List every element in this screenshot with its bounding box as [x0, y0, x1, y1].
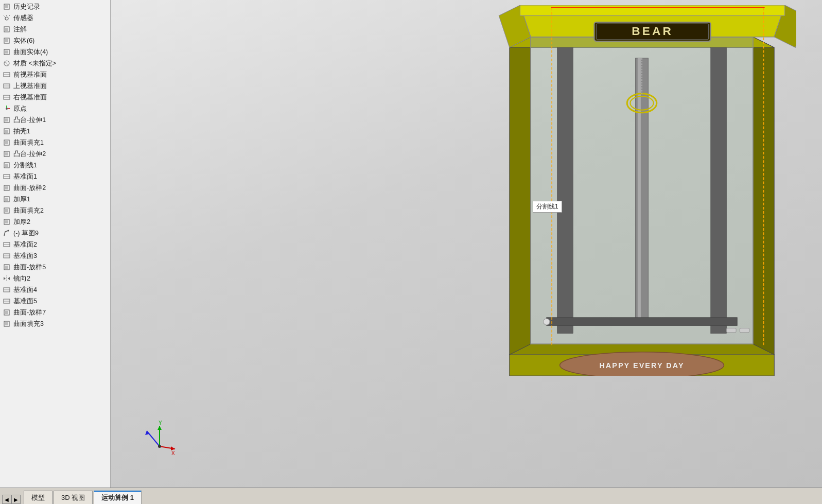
sidebar-label-3: 实体(6) — [13, 37, 34, 45]
sidebar-label-8: 右视基准面 — [13, 93, 47, 102]
sidebar-icon-27 — [2, 308, 11, 317]
sidebar-label-0: 历史记录 — [13, 3, 40, 11]
sidebar-item-2[interactable]: 注解 — [0, 24, 110, 35]
sidebar-icon-3 — [2, 36, 11, 45]
sidebar-item-21[interactable]: 基准面2 — [0, 239, 110, 250]
bottom-tab-2[interactable]: 运动算例 1 — [94, 491, 142, 504]
svg-rect-67 — [636, 58, 649, 323]
sidebar-label-23: 曲面-放样5 — [13, 263, 46, 272]
sidebar-label-14: 分割线1 — [13, 161, 37, 170]
svg-rect-6 — [5, 39, 8, 42]
sidebar-label-15: 基准面1 — [13, 172, 37, 181]
sidebar-item-17[interactable]: 加厚1 — [0, 194, 110, 205]
sidebar-icon-9 — [2, 104, 11, 113]
sidebar-icon-6 — [2, 70, 11, 79]
svg-rect-80 — [727, 328, 737, 332]
sidebar-label-16: 曲面-放样2 — [13, 184, 46, 193]
sidebar-icon-0 — [2, 2, 11, 11]
sidebar-item-14[interactable]: 分割线1 — [0, 160, 110, 171]
sidebar-item-22[interactable]: 基准面3 — [0, 250, 110, 262]
svg-rect-68 — [638, 58, 641, 323]
axis-indicator: Y X — [142, 421, 178, 457]
sidebar-item-1[interactable]: 传感器 — [0, 12, 110, 24]
sidebar-item-27[interactable]: 曲面-放样7 — [0, 307, 110, 318]
sidebar-item-5[interactable]: 材质 <未指定> — [0, 58, 110, 69]
sidebar-icon-22 — [2, 251, 11, 260]
svg-rect-45 — [5, 266, 8, 269]
sidebar-label-28: 曲面填充3 — [13, 320, 44, 328]
svg-rect-56 — [5, 322, 8, 325]
sidebar-icon-1 — [2, 13, 11, 23]
sidebar-item-18[interactable]: 曲面填充2 — [0, 205, 110, 216]
sidebar-label-6: 前视基准面 — [13, 71, 47, 79]
viewport[interactable]: HAPPY EVERY DAY — [111, 0, 822, 488]
sidebar-label-5: 材质 <未指定> — [13, 59, 56, 68]
sidebar-label-22: 基准面3 — [13, 252, 37, 260]
sidebar-icon-24 — [2, 274, 11, 283]
sidebar-label-10: 凸台-拉伸1 — [13, 116, 46, 125]
svg-rect-81 — [740, 328, 749, 332]
svg-point-39 — [8, 230, 9, 232]
tab-scroll-right[interactable]: ▶ — [11, 495, 21, 504]
sidebar-icon-14 — [2, 161, 11, 170]
sidebar-label-13: 凸台-拉伸2 — [13, 150, 46, 159]
svg-rect-79 — [547, 318, 737, 325]
sidebar-label-7: 上视基准面 — [13, 82, 47, 91]
svg-rect-75 — [520, 5, 784, 16]
svg-text:BEAR: BEAR — [632, 25, 673, 38]
sidebar-item-28[interactable]: 曲面填充3 — [0, 318, 110, 329]
bottom-tab-1[interactable]: 3D 视图 — [54, 491, 93, 504]
svg-rect-1 — [5, 5, 8, 8]
sidebar-icon-11 — [2, 127, 11, 136]
sidebar-item-16[interactable]: 曲面-放样2 — [0, 182, 110, 194]
svg-marker-61 — [510, 37, 531, 355]
3d-model: HAPPY EVERY DAY — [487, 5, 796, 376]
sidebar-label-2: 注解 — [13, 25, 27, 34]
svg-rect-28 — [5, 164, 8, 167]
sidebar-icon-19 — [2, 217, 11, 227]
sidebar-icon-28 — [2, 319, 11, 328]
sidebar-label-19: 加厚2 — [13, 218, 30, 227]
sidebar-label-4: 曲面实体(4) — [13, 48, 48, 57]
sidebar-label-27: 曲面-放样7 — [13, 308, 46, 317]
tab-scroll-left[interactable]: ◀ — [2, 495, 11, 504]
sidebar-item-19[interactable]: 加厚2 — [0, 216, 110, 228]
sidebar-icon-20 — [2, 229, 11, 238]
tab-scroll-controls: ◀ ▶ — [2, 495, 21, 504]
svg-rect-34 — [5, 198, 8, 201]
svg-point-2 — [5, 17, 8, 20]
bottom-tab-0[interactable]: 模型 — [24, 491, 53, 504]
sidebar-item-6[interactable]: 前视基准面 — [0, 69, 110, 80]
sidebar-icon-16 — [2, 183, 11, 193]
sidebar-item-11[interactable]: 抽壳1 — [0, 126, 110, 137]
sidebar-item-9[interactable]: 原点 — [0, 103, 110, 114]
sidebar-item-0[interactable]: 历史记录 — [0, 1, 110, 12]
sidebar-item-24[interactable]: 镜向2 — [0, 273, 110, 284]
sidebar-item-10[interactable]: 凸台-拉伸1 — [0, 114, 110, 126]
sidebar-icon-21 — [2, 240, 11, 249]
sidebar-label-17: 加厚1 — [13, 195, 30, 204]
sidebar-icon-10 — [2, 115, 11, 125]
svg-rect-32 — [5, 186, 8, 189]
sidebar: 历史记录传感器注解实体(6)曲面实体(4)材质 <未指定>前视基准面上视基准面右… — [0, 0, 111, 488]
svg-rect-65 — [557, 47, 573, 333]
sidebar-icon-13 — [2, 149, 11, 159]
sidebar-item-3[interactable]: 实体(6) — [0, 35, 110, 46]
svg-rect-38 — [5, 220, 8, 223]
sidebar-item-8[interactable]: 右视基准面 — [0, 92, 110, 103]
svg-marker-48 — [8, 277, 10, 280]
svg-rect-54 — [5, 311, 8, 314]
sidebar-item-13[interactable]: 凸台-拉伸2 — [0, 148, 110, 160]
sidebar-item-20[interactable]: (-) 草图9 — [0, 228, 110, 239]
sidebar-item-25[interactable]: 基准面4 — [0, 284, 110, 296]
svg-marker-89 — [158, 426, 162, 430]
sidebar-item-4[interactable]: 曲面实体(4) — [0, 46, 110, 58]
sidebar-item-12[interactable]: 曲面填充1 — [0, 137, 110, 148]
sidebar-icon-5 — [2, 59, 11, 68]
sidebar-item-7[interactable]: 上视基准面 — [0, 80, 110, 92]
svg-marker-47 — [4, 277, 6, 280]
sidebar-label-18: 曲面填充2 — [13, 206, 44, 215]
sidebar-item-26[interactable]: 基准面5 — [0, 296, 110, 307]
sidebar-item-15[interactable]: 基准面1 — [0, 171, 110, 182]
sidebar-item-23[interactable]: 曲面-放样5 — [0, 262, 110, 273]
